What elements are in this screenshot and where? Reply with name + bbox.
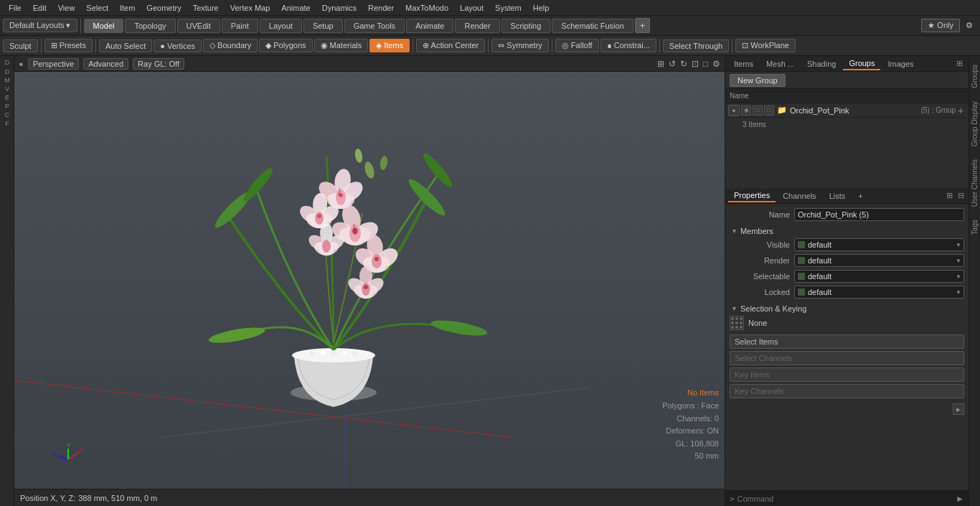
viewport-icon-6[interactable]: ⚙ bbox=[712, 59, 720, 69]
key-channels-button[interactable]: Key Channels bbox=[730, 384, 964, 398]
props-tab-add[interactable]: + bbox=[852, 190, 868, 202]
group-icon-box1[interactable]: □ bbox=[753, 106, 763, 116]
action-center-button[interactable]: ⊕ Action Center bbox=[416, 39, 485, 52]
group-icon-render[interactable]: ◉ bbox=[741, 106, 751, 116]
ray-gl-button[interactable]: Ray GL: Off bbox=[133, 58, 184, 70]
vtab-tags[interactable]: Tags bbox=[969, 214, 980, 240]
layout-tab-uvedit[interactable]: UVEdit bbox=[177, 19, 220, 33]
materials-button[interactable]: ◉ Materials bbox=[314, 39, 369, 52]
advanced-button[interactable]: Advanced bbox=[83, 58, 128, 70]
rp-tab-expand-icon[interactable]: ⊞ bbox=[953, 59, 966, 68]
menu-select[interactable]: Select bbox=[80, 2, 114, 14]
layout-tab-render[interactable]: Render bbox=[455, 19, 499, 33]
vtab-user-channels[interactable]: User Channels bbox=[969, 154, 980, 212]
menu-view[interactable]: View bbox=[52, 2, 81, 14]
boundary-button[interactable]: ◇ Boundary bbox=[203, 39, 258, 52]
sidebar-f[interactable]: F bbox=[0, 119, 14, 128]
locked-select[interactable]: default bbox=[794, 286, 964, 299]
command-arrow-icon[interactable]: ► bbox=[956, 494, 964, 504]
select-through-button[interactable]: Select Through bbox=[663, 39, 729, 52]
viewport-icon-3[interactable]: ↻ bbox=[680, 59, 687, 69]
menu-texture[interactable]: Texture bbox=[187, 2, 225, 14]
falloff-button[interactable]: ◎ Falloff bbox=[555, 39, 599, 52]
sidebar-cam[interactable]: C bbox=[0, 111, 14, 119]
constraints-button[interactable]: ∎ Constrai... bbox=[600, 39, 656, 52]
rp-tab-shading[interactable]: Shading bbox=[801, 58, 842, 70]
rp-tab-images[interactable]: Images bbox=[882, 58, 919, 70]
layout-tab-layout[interactable]: Layout bbox=[260, 19, 302, 33]
menu-render[interactable]: Render bbox=[362, 2, 400, 14]
layout-tab-schematic[interactable]: Schematic Fusion bbox=[552, 19, 633, 33]
perspective-button[interactable]: Perspective bbox=[28, 58, 79, 70]
command-input[interactable] bbox=[737, 495, 953, 503]
rp-tab-mesh[interactable]: Mesh ... bbox=[760, 58, 800, 70]
workplane-button[interactable]: ⊡ WorkPlane bbox=[735, 39, 796, 52]
props-expand-button[interactable]: ► bbox=[953, 403, 964, 415]
vtab-group-display[interactable]: Group Display bbox=[969, 95, 980, 152]
layout-tab-gametools[interactable]: Game Tools bbox=[344, 19, 405, 33]
name-value[interactable] bbox=[794, 208, 964, 221]
layout-dropdown[interactable]: Default Layouts ▾ bbox=[3, 19, 77, 32]
visible-select[interactable]: default bbox=[794, 238, 964, 251]
viewport-lock-icon[interactable]: ● bbox=[19, 60, 24, 68]
sidebar-vert[interactable]: V bbox=[0, 85, 14, 93]
menu-animate[interactable]: Animate bbox=[275, 2, 316, 14]
symmetry-button[interactable]: ⇔ Symmetry bbox=[491, 39, 549, 52]
new-group-button[interactable]: New Group bbox=[730, 74, 786, 87]
props-tab-properties[interactable]: Properties bbox=[728, 189, 776, 202]
props-expand-icon[interactable]: ⊞ bbox=[945, 191, 954, 200]
group-icon-box2[interactable]: □ bbox=[764, 106, 774, 116]
viewport[interactable]: ● Perspective Advanced Ray GL: Off ⊞ ↺ ↻… bbox=[14, 56, 725, 506]
layout-tab-animate[interactable]: Animate bbox=[406, 19, 453, 33]
sidebar-env[interactable]: E bbox=[0, 93, 14, 102]
select-channels-button[interactable]: Select Channels bbox=[730, 351, 964, 365]
rp-tab-groups[interactable]: Groups bbox=[843, 57, 880, 70]
menu-file[interactable]: File bbox=[3, 2, 27, 14]
items-button[interactable]: ◈ Items bbox=[369, 39, 410, 52]
rp-tab-items[interactable]: Items bbox=[728, 58, 759, 70]
props-tab-lists[interactable]: Lists bbox=[824, 190, 852, 202]
viewport-icon-4[interactable]: ⊡ bbox=[692, 59, 699, 69]
viewport-icon-2[interactable]: ↺ bbox=[669, 59, 676, 69]
sidebar-deform[interactable]: D bbox=[0, 57, 14, 67]
menu-item[interactable]: Item bbox=[114, 2, 141, 14]
group-expand-icon[interactable]: + bbox=[956, 106, 966, 116]
selectable-select[interactable]: default bbox=[794, 270, 964, 283]
menu-dynamics[interactable]: Dynamics bbox=[316, 2, 362, 14]
menu-geometry[interactable]: Geometry bbox=[141, 2, 187, 14]
sidebar-dup[interactable]: D bbox=[0, 67, 14, 76]
viewport-icon-1[interactable]: ⊞ bbox=[657, 59, 664, 69]
props-collapse-icon[interactable]: ⊟ bbox=[956, 191, 966, 200]
scene-area[interactable]: X Z Y No Items Polygons : Face Channels:… bbox=[14, 72, 725, 506]
layout-cog-icon[interactable]: ⚙ bbox=[961, 19, 977, 32]
selection-keying-section[interactable]: ▼ Selection & Keying bbox=[730, 301, 964, 316]
sculpt-button[interactable]: Sculpt bbox=[3, 39, 38, 52]
name-input[interactable] bbox=[794, 208, 964, 221]
layout-tab-scripting[interactable]: Scripting bbox=[501, 19, 551, 33]
layout-tab-paint[interactable]: Paint bbox=[222, 19, 258, 33]
menu-edit[interactable]: Edit bbox=[27, 2, 52, 14]
key-items-button[interactable]: Key Items bbox=[730, 367, 964, 382]
layout-tab-setup[interactable]: Setup bbox=[303, 19, 343, 33]
polygons-button[interactable]: ◆ Polygons bbox=[259, 39, 312, 52]
select-items-button[interactable]: Select Items bbox=[730, 334, 964, 349]
menu-layout[interactable]: Layout bbox=[454, 2, 489, 14]
viewport-icon-5[interactable]: □ bbox=[703, 59, 708, 69]
menu-vertex-map[interactable]: Vertex Map bbox=[225, 2, 276, 14]
vtab-groups[interactable]: Groups bbox=[969, 59, 980, 94]
vertices-button[interactable]: ● Vertices bbox=[154, 39, 202, 52]
group-eye-icon[interactable]: ● bbox=[728, 105, 740, 116]
layout-tab-model[interactable]: Model bbox=[84, 19, 124, 33]
menu-system[interactable]: System bbox=[489, 2, 527, 14]
render-select[interactable]: default bbox=[794, 254, 964, 267]
layout-tab-topology[interactable]: Topology bbox=[125, 19, 175, 33]
props-tab-channels[interactable]: Channels bbox=[777, 190, 821, 202]
auto-select-button[interactable]: Auto Select bbox=[99, 39, 152, 52]
menu-maxtomodo[interactable]: MaxToModo bbox=[400, 2, 454, 14]
sidebar-mesh[interactable]: M bbox=[0, 76, 14, 85]
presets-button[interactable]: ⊞ Presets bbox=[44, 39, 93, 52]
layout-star-only[interactable]: ★ Only bbox=[921, 19, 960, 32]
layout-add-button[interactable]: + bbox=[635, 18, 651, 33]
menu-help[interactable]: Help bbox=[527, 2, 555, 14]
members-section[interactable]: ▼ Members bbox=[730, 224, 964, 238]
